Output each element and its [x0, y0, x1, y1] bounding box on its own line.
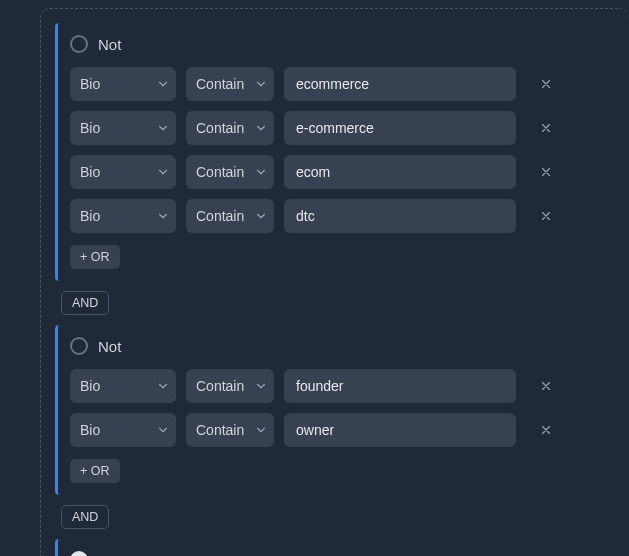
field-select[interactable]: Bio [70, 67, 176, 101]
field-select-value: Bio [80, 422, 100, 438]
condition-row: Bio Contain [70, 413, 629, 447]
not-checkbox[interactable] [70, 337, 88, 355]
operator-select[interactable]: Contain [186, 155, 274, 189]
chevron-down-icon [156, 209, 170, 223]
operator-select[interactable]: Contain [186, 111, 274, 145]
not-checkbox[interactable] [70, 551, 88, 556]
chevron-down-icon [254, 77, 268, 91]
close-icon [539, 379, 553, 393]
condition-row: Bio Contain [70, 199, 629, 233]
condition-row: Bio Contain [70, 155, 629, 189]
close-icon [539, 165, 553, 179]
not-label: Not [98, 36, 121, 53]
add-or-button[interactable]: + OR [70, 459, 120, 483]
operator-select-value: Contain [196, 422, 244, 438]
filter-container: Not Bio Contain Bio Contain [40, 8, 629, 556]
operator-select[interactable]: Contain [186, 199, 274, 233]
not-label: Not [98, 552, 121, 557]
filter-group: Not Bio Contain Bio Contain [55, 23, 629, 281]
chevron-down-icon [254, 423, 268, 437]
filter-group: Not Bio Contain + OR [55, 539, 629, 556]
chevron-down-icon [156, 165, 170, 179]
value-input[interactable] [284, 369, 516, 403]
field-select[interactable]: Bio [70, 413, 176, 447]
remove-condition-button[interactable] [532, 70, 560, 98]
close-icon [539, 423, 553, 437]
field-select[interactable]: Bio [70, 199, 176, 233]
operator-select-value: Contain [196, 164, 244, 180]
operator-select[interactable]: Contain [186, 413, 274, 447]
not-row: Not [70, 337, 629, 355]
chevron-down-icon [156, 121, 170, 135]
operator-select[interactable]: Contain [186, 67, 274, 101]
field-select[interactable]: Bio [70, 155, 176, 189]
and-badge: AND [61, 291, 109, 315]
remove-condition-button[interactable] [532, 416, 560, 444]
value-input[interactable] [284, 67, 516, 101]
field-select-value: Bio [80, 378, 100, 394]
not-row: Not [70, 551, 629, 556]
operator-select-value: Contain [196, 120, 244, 136]
chevron-down-icon [254, 379, 268, 393]
operator-select[interactable]: Contain [186, 369, 274, 403]
condition-row: Bio Contain [70, 67, 629, 101]
close-icon [539, 209, 553, 223]
and-badge: AND [61, 505, 109, 529]
remove-condition-button[interactable] [532, 372, 560, 400]
chevron-down-icon [156, 379, 170, 393]
not-checkbox[interactable] [70, 35, 88, 53]
value-input[interactable] [284, 111, 516, 145]
operator-select-value: Contain [196, 208, 244, 224]
field-select-value: Bio [80, 164, 100, 180]
operator-select-value: Contain [196, 76, 244, 92]
chevron-down-icon [156, 423, 170, 437]
condition-row: Bio Contain [70, 369, 629, 403]
close-icon [539, 77, 553, 91]
not-row: Not [70, 35, 629, 53]
value-input[interactable] [284, 413, 516, 447]
remove-condition-button[interactable] [532, 114, 560, 142]
field-select-value: Bio [80, 120, 100, 136]
close-icon [539, 121, 553, 135]
chevron-down-icon [254, 121, 268, 135]
filter-group: Not Bio Contain Bio Contain + OR [55, 325, 629, 495]
operator-select-value: Contain [196, 378, 244, 394]
field-select[interactable]: Bio [70, 111, 176, 145]
chevron-down-icon [254, 209, 268, 223]
remove-condition-button[interactable] [532, 202, 560, 230]
field-select[interactable]: Bio [70, 369, 176, 403]
add-or-button[interactable]: + OR [70, 245, 120, 269]
not-label: Not [98, 338, 121, 355]
condition-row: Bio Contain [70, 111, 629, 145]
value-input[interactable] [284, 155, 516, 189]
remove-condition-button[interactable] [532, 158, 560, 186]
field-select-value: Bio [80, 208, 100, 224]
value-input[interactable] [284, 199, 516, 233]
chevron-down-icon [156, 77, 170, 91]
field-select-value: Bio [80, 76, 100, 92]
chevron-down-icon [254, 165, 268, 179]
